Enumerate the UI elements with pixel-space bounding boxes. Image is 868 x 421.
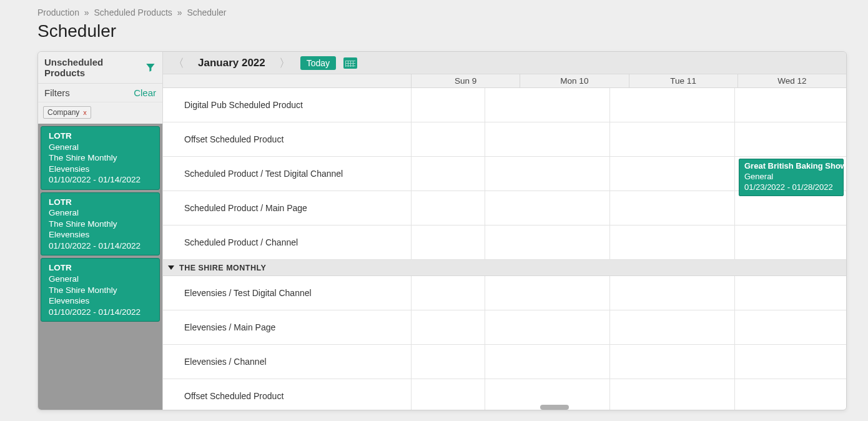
card-dates: 01/10/2022 - 01/14/2022 bbox=[49, 307, 153, 318]
grid-cell[interactable] bbox=[735, 379, 846, 410]
breadcrumb-item[interactable]: Production bbox=[37, 7, 79, 17]
row-label: Offset Scheduled Product bbox=[163, 122, 412, 156]
grid-cell[interactable] bbox=[610, 345, 735, 379]
sidebar-header: Unscheduled Products bbox=[38, 52, 162, 84]
row-label: Scheduled Product / Main Page bbox=[163, 191, 412, 225]
grid-row: Scheduled Product / Channel bbox=[163, 225, 846, 260]
calendar-toolbar: 〈 January 2022 〉 Today bbox=[163, 52, 846, 74]
grid-cell[interactable] bbox=[735, 276, 846, 310]
row-label: Elevensies / Main Page bbox=[163, 310, 412, 344]
grid-row: Digital Pub Scheduled Product bbox=[163, 88, 846, 122]
collapse-icon[interactable] bbox=[168, 265, 174, 270]
grid-cell[interactable] bbox=[610, 88, 735, 122]
card-publication: The Shire Monthly bbox=[49, 285, 153, 296]
unscheduled-sidebar: Unscheduled Products Filters Clear Compa… bbox=[38, 52, 163, 410]
grid-cell[interactable] bbox=[735, 122, 846, 156]
grid-cell[interactable] bbox=[610, 379, 735, 410]
unscheduled-card[interactable]: LOTR General The Shire Monthly Elevensie… bbox=[41, 126, 160, 190]
card-publication: The Shire Monthly bbox=[49, 152, 153, 164]
unscheduled-card[interactable]: LOTR General The Shire Monthly Elevensie… bbox=[41, 258, 160, 322]
unscheduled-card[interactable]: LOTR General The Shire Monthly Elevensie… bbox=[41, 192, 160, 256]
grid-cell[interactable] bbox=[610, 191, 735, 225]
grid-cell[interactable] bbox=[610, 276, 735, 310]
grid-cell[interactable] bbox=[610, 310, 735, 344]
sidebar-title: Unscheduled Products bbox=[44, 57, 145, 78]
filter-icon[interactable] bbox=[145, 62, 156, 73]
grid-cell[interactable] bbox=[485, 157, 610, 191]
group-title: The Shire Monthly bbox=[179, 264, 266, 272]
grid-cell[interactable] bbox=[412, 191, 485, 225]
card-company: LOTR bbox=[49, 262, 153, 274]
grid-cell[interactable] bbox=[412, 276, 485, 310]
card-type: General bbox=[49, 207, 153, 219]
grid-cell[interactable] bbox=[412, 157, 485, 191]
row-label: Elevensies / Channel bbox=[163, 345, 412, 379]
row-label: Offset Scheduled Product bbox=[163, 379, 412, 410]
card-type: General bbox=[49, 142, 153, 153]
breadcrumb-sep: » bbox=[177, 7, 182, 17]
card-product: Elevensies bbox=[49, 164, 153, 175]
grid-cell[interactable] bbox=[412, 122, 485, 156]
today-button[interactable]: Today bbox=[300, 56, 336, 70]
remove-chip-icon[interactable]: x bbox=[83, 109, 87, 116]
grid-cell[interactable] bbox=[485, 122, 610, 156]
grid-cell[interactable] bbox=[485, 225, 610, 259]
row-label-header bbox=[163, 74, 412, 87]
grid-cell[interactable] bbox=[485, 345, 610, 379]
event-title: Great British Baking Show bbox=[744, 161, 838, 172]
calendar-icon[interactable] bbox=[343, 57, 357, 69]
grid-cell[interactable] bbox=[610, 122, 735, 156]
card-dates: 01/10/2022 - 01/14/2022 bbox=[49, 240, 153, 252]
page-title: Scheduler bbox=[37, 21, 846, 41]
grid-cell[interactable] bbox=[412, 310, 485, 344]
horizontal-scrollbar-thumb[interactable] bbox=[540, 405, 569, 410]
card-dates: 01/10/2022 - 01/14/2022 bbox=[49, 174, 153, 186]
grid-row: Elevensies / Main Page bbox=[163, 310, 846, 345]
filters-row: Filters Clear bbox=[38, 84, 162, 102]
card-product: Elevensies bbox=[49, 229, 153, 240]
card-type: General bbox=[49, 274, 153, 285]
clear-filters-link[interactable]: Clear bbox=[134, 87, 156, 98]
grid-cell[interactable] bbox=[610, 157, 735, 191]
grid-cell[interactable] bbox=[485, 88, 610, 122]
next-month-button[interactable]: 〉 bbox=[277, 56, 293, 71]
scheduled-event[interactable]: Great British Baking Show General 01/23/… bbox=[739, 159, 844, 196]
grid-cell[interactable] bbox=[735, 191, 846, 225]
grid-cell[interactable] bbox=[412, 345, 485, 379]
day-column-mon: Mon 10 bbox=[520, 74, 629, 87]
grid-cell[interactable] bbox=[610, 225, 735, 259]
grid-cell[interactable] bbox=[485, 191, 610, 225]
grid-cell[interactable] bbox=[735, 310, 846, 344]
breadcrumb-item[interactable]: Scheduled Products bbox=[94, 7, 172, 17]
grid-cell[interactable] bbox=[735, 88, 846, 122]
card-company: LOTR bbox=[49, 131, 153, 142]
day-header: Sun 9 Mon 10 Tue 11 Wed 12 bbox=[163, 74, 846, 88]
grid-cell[interactable] bbox=[735, 225, 846, 259]
card-product: Elevensies bbox=[49, 295, 153, 307]
grid-cell[interactable] bbox=[485, 310, 610, 344]
grid-cell[interactable] bbox=[485, 276, 610, 310]
grid-cell[interactable] bbox=[412, 88, 485, 122]
day-column-tue: Tue 11 bbox=[629, 74, 738, 87]
card-company: LOTR bbox=[49, 197, 153, 208]
breadcrumb-item[interactable]: Scheduler bbox=[187, 7, 226, 17]
card-publication: The Shire Monthly bbox=[49, 219, 153, 230]
grid-row: Offset Scheduled Product bbox=[163, 379, 846, 410]
prev-month-button[interactable]: 〈 bbox=[170, 56, 187, 71]
month-label: January 2022 bbox=[198, 57, 265, 69]
group-header[interactable]: The Shire Monthly bbox=[163, 260, 846, 276]
scheduler-panel: Unscheduled Products Filters Clear Compa… bbox=[37, 51, 847, 410]
grid-row: Offset Scheduled Product bbox=[163, 122, 846, 157]
row-label: Digital Pub Scheduled Product bbox=[163, 88, 412, 122]
event-subtitle: General bbox=[744, 172, 838, 182]
grid-cell[interactable] bbox=[412, 379, 485, 410]
calendar-grid[interactable]: Digital Pub Scheduled Product Offset Sch… bbox=[163, 88, 846, 410]
row-label: Scheduled Product / Channel bbox=[163, 225, 412, 259]
unscheduled-list: LOTR General The Shire Monthly Elevensie… bbox=[38, 124, 162, 410]
filter-chip-company[interactable]: Company x bbox=[43, 106, 91, 119]
grid-cell[interactable] bbox=[735, 345, 846, 379]
filter-chip-label: Company bbox=[47, 108, 79, 117]
grid-cell[interactable] bbox=[412, 225, 485, 259]
breadcrumb-sep: » bbox=[84, 7, 89, 17]
event-dates: 01/23/2022 - 01/28/2022 bbox=[744, 182, 838, 193]
